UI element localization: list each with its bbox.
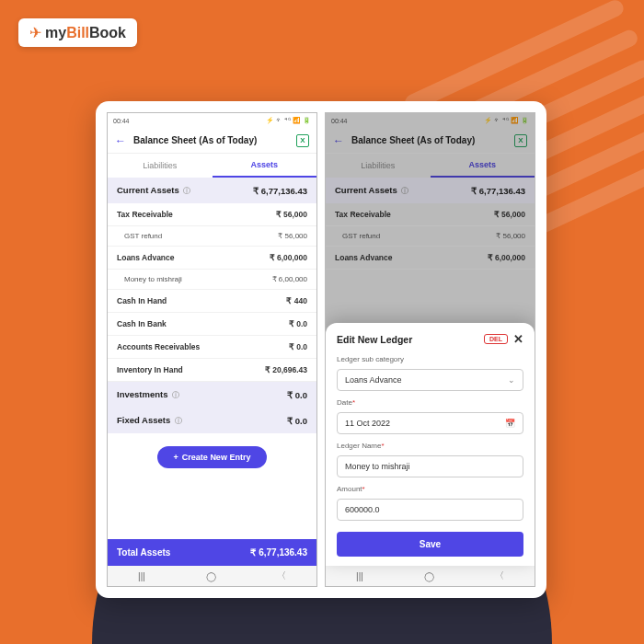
plus-icon: + <box>174 453 178 462</box>
export-excel-icon[interactable]: X <box>296 134 309 147</box>
nav-home[interactable]: ◯ <box>206 571 216 581</box>
current-assets-value: ₹ 6,77,136.43 <box>253 186 307 196</box>
chevron-down-icon: ⌄ <box>508 375 515 385</box>
row-tax-receivable[interactable]: Tax Receivable₹ 56,000 <box>326 203 535 226</box>
row-gst-refund[interactable]: GST refund₹ 56,000 <box>326 226 535 247</box>
section-fixed-assets[interactable]: Fixed Assets ⓘ ₹ 0.0 <box>108 408 316 433</box>
row-loans-advance[interactable]: Loans Advance₹ 6,00,000 <box>108 247 316 270</box>
nav-back[interactable]: 〈 <box>277 569 286 582</box>
close-icon[interactable]: ✕ <box>513 332 523 346</box>
info-icon: ⓘ <box>175 417 182 425</box>
status-bar: 00:44 ⚡ ᯤ ⁴ᴳ 📶 🔋 <box>326 113 535 128</box>
app-header: ← Balance Sheet (As of Today) X <box>108 128 316 154</box>
date-label: Date* <box>337 398 523 407</box>
phone-right: 00:44 ⚡ ᯤ ⁴ᴳ 📶 🔋 ← Balance Sheet (As of … <box>325 112 535 587</box>
tab-liabilities[interactable]: Liabilities <box>326 154 431 178</box>
subcategory-label: Ledger sub category <box>337 355 523 363</box>
row-inventory-in-hand[interactable]: Inventory In Hand₹ 20,696.43 <box>108 359 316 382</box>
export-excel-icon[interactable]: X <box>514 134 527 147</box>
nav-recent[interactable]: ||| <box>356 571 363 581</box>
row-money-mishraji[interactable]: Money to mishraji₹ 6,00,000 <box>108 270 316 290</box>
tab-assets[interactable]: Assets <box>213 154 317 178</box>
page-title: Balance Sheet (As of Today) <box>351 135 507 145</box>
app-logo: ✈ myBillBook <box>18 18 137 47</box>
status-icons: ⚡ ᯤ ⁴ᴳ 📶 🔋 <box>266 117 311 124</box>
app-header: ← Balance Sheet (As of Today) X <box>326 128 535 154</box>
ledger-name-input[interactable]: Money to mishraji <box>337 455 523 477</box>
logo-arrow-icon: ✈ <box>29 24 41 41</box>
android-navbar: ||| ◯ 〈 <box>108 566 316 586</box>
nav-back[interactable]: 〈 <box>495 569 504 582</box>
status-time: 00:44 <box>113 118 130 124</box>
page-title: Balance Sheet (As of Today) <box>133 135 289 145</box>
status-bar: 00:44 ⚡ ᯤ ⁴ᴳ 📶 🔋 <box>108 113 316 128</box>
row-loans-advance[interactable]: Loans Advance₹ 6,00,000 <box>326 247 535 270</box>
info-icon: ⓘ <box>172 391 179 399</box>
row-accounts-receivables[interactable]: Accounts Receivables₹ 0.0 <box>108 336 316 359</box>
row-tax-receivable[interactable]: Tax Receivable₹ 56,000 <box>108 203 316 226</box>
showcase-card: 00:44 ⚡ ᯤ ⁴ᴳ 📶 🔋 ← Balance Sheet (As of … <box>96 101 546 598</box>
phone-left: 00:44 ⚡ ᯤ ⁴ᴳ 📶 🔋 ← Balance Sheet (As of … <box>107 112 317 587</box>
content-area: Current Assets ⓘ ₹ 6,77,136.43 Tax Recei… <box>108 178 316 566</box>
ledger-name-label: Ledger Name* <box>337 442 523 450</box>
tabs: Liabilities Assets <box>108 154 316 178</box>
save-button[interactable]: Save <box>337 532 523 557</box>
amount-input[interactable]: 600000.0 <box>337 499 523 521</box>
delete-button[interactable]: DEL <box>484 334 508 344</box>
back-icon[interactable]: ← <box>333 134 344 147</box>
create-new-entry-button[interactable]: + Create New Entry <box>157 446 268 468</box>
section-current-assets[interactable]: Current Assets ⓘ ₹ 6,77,136.43 <box>108 178 316 203</box>
nav-recent[interactable]: ||| <box>138 571 145 581</box>
row-cash-in-hand[interactable]: Cash In Hand₹ 440 <box>108 290 316 313</box>
tab-liabilities[interactable]: Liabilities <box>108 154 213 178</box>
android-navbar: ||| ◯ 〈 <box>326 566 535 586</box>
calendar-icon: 📅 <box>505 419 515 428</box>
logo-bill: Bill <box>66 25 89 40</box>
edit-ledger-sheet: Edit New Ledger DEL ✕ Ledger sub categor… <box>326 323 535 566</box>
nav-home[interactable]: ◯ <box>424 571 434 581</box>
tabs: Liabilities Assets <box>326 154 535 178</box>
amount-label: Amount* <box>337 485 523 493</box>
section-current-assets[interactable]: Current Assets ⓘ ₹ 6,77,136.43 <box>326 178 535 203</box>
status-icons: ⚡ ᯤ ⁴ᴳ 📶 🔋 <box>484 117 529 124</box>
date-input[interactable]: 11 Oct 2022 📅 <box>337 412 523 434</box>
sheet-title: Edit New Ledger <box>337 334 412 345</box>
status-time: 00:44 <box>331 118 348 124</box>
tab-assets[interactable]: Assets <box>431 154 535 178</box>
info-icon: ⓘ <box>401 187 408 195</box>
back-icon[interactable]: ← <box>115 134 126 147</box>
row-gst-refund[interactable]: GST refund₹ 56,000 <box>108 226 316 247</box>
row-cash-in-bank[interactable]: Cash In Bank₹ 0.0 <box>108 313 316 336</box>
total-assets-bar: Total Assets ₹ 6,77,136.43 <box>108 539 316 566</box>
logo-book: Book <box>89 25 126 40</box>
subcategory-select[interactable]: Loans Advance ⌄ <box>337 369 523 391</box>
section-investments[interactable]: Investments ⓘ ₹ 0.0 <box>108 382 316 408</box>
logo-my: my <box>45 25 66 40</box>
info-icon: ⓘ <box>183 187 190 195</box>
